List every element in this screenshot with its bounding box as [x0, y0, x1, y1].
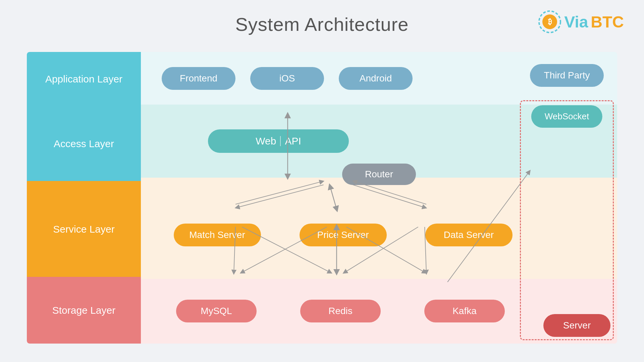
logo: ₿ ViaBTC — [538, 10, 624, 34]
server-pill: Server — [543, 314, 610, 337]
mysql-pill: MySQL — [176, 300, 257, 322]
page-container: { "title": "System Architecture", "logo"… — [0, 0, 644, 362]
redis-pill: Redis — [300, 300, 381, 322]
api-label: API — [285, 135, 301, 147]
application-row: Frontend iOS Android — [141, 52, 617, 105]
label-service: Service Layer — [27, 181, 141, 277]
price-server-pill: Price Server — [300, 224, 387, 246]
server-container: Server — [543, 314, 610, 337]
logo-via: Via — [564, 13, 588, 31]
web-api-pill: Web API — [208, 129, 349, 153]
svg-text:₿: ₿ — [548, 17, 552, 26]
router-pill: Router — [342, 164, 416, 185]
divider — [280, 136, 281, 146]
frontend-pill: Frontend — [162, 67, 235, 90]
data-server-pill: Data Server — [425, 224, 513, 246]
web-label: Web — [256, 135, 276, 147]
service-row: Router Match Server Price Server Data Se… — [141, 178, 617, 279]
label-storage: Storage Layer — [27, 277, 141, 344]
label-access: Access Layer — [27, 106, 141, 181]
kafka-pill: Kafka — [424, 300, 505, 322]
labels-column: Application Layer Access Layer Service L… — [27, 52, 141, 344]
logo-btc: BTC — [591, 13, 624, 31]
label-application: Application Layer — [27, 52, 141, 106]
logo-icon: ₿ — [538, 10, 561, 34]
router-container: Router — [141, 164, 617, 185]
android-pill: Android — [339, 67, 413, 90]
ios-pill: iOS — [250, 67, 324, 90]
match-server-pill: Match Server — [174, 224, 261, 246]
